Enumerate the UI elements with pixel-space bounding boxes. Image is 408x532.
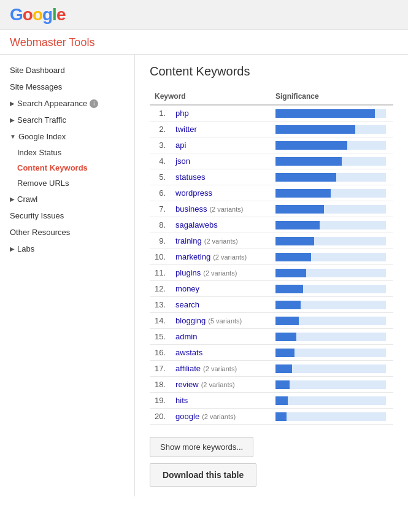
table-row: 15.admin bbox=[150, 329, 393, 345]
table-row: 2.twitter bbox=[150, 121, 393, 137]
table-row: 4.json bbox=[150, 153, 393, 169]
bar-fill bbox=[275, 237, 314, 245]
keyword-link[interactable]: blogging bbox=[175, 316, 206, 325]
bar-container bbox=[275, 221, 386, 229]
header: Google bbox=[0, 0, 408, 30]
keyword-word: hits bbox=[171, 393, 271, 409]
keywords-table: Keyword Significance 1.php2.twitter3.api… bbox=[150, 88, 393, 425]
keyword-rank: 8. bbox=[150, 217, 171, 233]
keyword-link[interactable]: marketing bbox=[175, 252, 210, 261]
keyword-link[interactable]: plugins bbox=[175, 268, 201, 277]
sidebar-item-content-keywords[interactable]: Content Keywords bbox=[0, 160, 134, 175]
bar-container bbox=[275, 109, 386, 118]
keyword-word: admin bbox=[171, 329, 271, 345]
sidebar-item-google-index[interactable]: ▼ Google Index bbox=[0, 128, 134, 145]
keyword-link[interactable]: google bbox=[175, 412, 199, 421]
keyword-link[interactable]: twitter bbox=[175, 125, 197, 134]
keyword-word: affiliate(2 variants) bbox=[171, 361, 271, 377]
keyword-link[interactable]: awstats bbox=[175, 348, 202, 357]
keyword-rank: 10. bbox=[150, 249, 171, 265]
keyword-link[interactable]: search bbox=[175, 300, 199, 309]
keyword-link[interactable]: php bbox=[175, 109, 189, 118]
keyword-rank: 18. bbox=[150, 377, 171, 393]
significance-bar-cell bbox=[271, 169, 393, 185]
keyword-link[interactable]: wordpress bbox=[175, 188, 212, 198]
table-row: 5.statuses bbox=[150, 169, 393, 185]
keyword-word: json bbox=[171, 153, 271, 169]
significance-bar-cell bbox=[271, 361, 393, 377]
keyword-link[interactable]: statuses bbox=[175, 172, 205, 182]
sidebar-item-search-traffic[interactable]: ▶ Search Traffic bbox=[0, 112, 134, 128]
table-row: 17.affiliate(2 variants) bbox=[150, 361, 393, 377]
keyword-word: search bbox=[171, 297, 271, 313]
bar-fill bbox=[275, 333, 296, 341]
keyword-link[interactable]: api bbox=[175, 141, 186, 150]
keyword-rank: 20. bbox=[150, 409, 171, 425]
keyword-word: twitter bbox=[171, 121, 271, 137]
table-row: 9.training(2 variants) bbox=[150, 233, 393, 249]
sidebar-item-security-issues[interactable]: Security Issues bbox=[0, 207, 134, 224]
download-table-button[interactable]: Download this table bbox=[150, 463, 256, 487]
bar-container bbox=[275, 380, 386, 389]
significance-bar-cell bbox=[271, 249, 393, 265]
bar-fill bbox=[275, 396, 288, 405]
keyword-rank: 7. bbox=[150, 201, 171, 217]
sidebar-item-labs[interactable]: ▶ Labs bbox=[0, 241, 134, 257]
significance-bar-cell bbox=[271, 345, 393, 361]
keyword-link[interactable]: review bbox=[175, 380, 199, 389]
sidebar-item-site-messages[interactable]: Site Messages bbox=[0, 79, 134, 95]
keyword-link[interactable]: sagalawebs bbox=[175, 220, 218, 229]
keyword-word: php bbox=[171, 105, 271, 121]
bar-fill bbox=[275, 253, 311, 261]
keyword-word: plugins(2 variants) bbox=[171, 265, 271, 281]
bar-fill bbox=[275, 125, 355, 134]
keyword-word: api bbox=[171, 137, 271, 153]
arrow-icon: ▶ bbox=[10, 196, 15, 202]
bar-container bbox=[275, 349, 386, 357]
col-significance-header: Significance bbox=[271, 88, 393, 105]
keyword-link[interactable]: admin bbox=[175, 332, 197, 341]
show-more-button[interactable]: Show more keywords... bbox=[150, 437, 253, 457]
significance-bar-cell bbox=[271, 329, 393, 345]
significance-bar-cell bbox=[271, 121, 393, 137]
bar-container bbox=[275, 333, 386, 341]
bar-fill bbox=[275, 141, 347, 150]
keyword-word: sagalawebs bbox=[171, 217, 271, 233]
sidebar-item-crawl[interactable]: ▶ Crawl bbox=[0, 191, 134, 207]
keyword-link[interactable]: json bbox=[175, 156, 190, 166]
keyword-word: wordpress bbox=[171, 185, 271, 201]
sidebar-item-index-status[interactable]: Index Status bbox=[0, 145, 134, 160]
keyword-rank: 19. bbox=[150, 393, 171, 409]
bar-container bbox=[275, 364, 386, 373]
keyword-word: review(2 variants) bbox=[171, 377, 271, 393]
sidebar-item-remove-urls[interactable]: Remove URLs bbox=[0, 175, 134, 191]
bar-container bbox=[275, 173, 386, 182]
bar-container bbox=[275, 205, 386, 214]
bar-fill bbox=[275, 349, 294, 357]
bar-container bbox=[275, 189, 386, 198]
sidebar-item-site-dashboard[interactable]: Site Dashboard bbox=[0, 62, 134, 79]
table-row: 1.php bbox=[150, 105, 393, 121]
keyword-link[interactable]: business bbox=[175, 204, 207, 214]
keyword-rank: 1. bbox=[150, 105, 171, 121]
keyword-link[interactable]: training bbox=[175, 236, 202, 245]
significance-bar-cell bbox=[271, 201, 393, 217]
table-row: 8.sagalawebs bbox=[150, 217, 393, 233]
keyword-variants: (2 variants) bbox=[204, 237, 238, 245]
keyword-variants: (2 variants) bbox=[202, 413, 236, 420]
app-title: Webmaster Tools bbox=[10, 36, 398, 49]
keyword-link[interactable]: affiliate bbox=[175, 364, 201, 373]
table-row: 12.money bbox=[150, 281, 393, 297]
bar-fill bbox=[275, 317, 299, 325]
keyword-link[interactable]: money bbox=[175, 284, 199, 293]
keyword-link[interactable]: hits bbox=[175, 396, 188, 405]
keyword-variants: (2 variants) bbox=[203, 365, 237, 372]
keyword-rank: 5. bbox=[150, 169, 171, 185]
significance-bar-cell bbox=[271, 217, 393, 233]
significance-bar-cell bbox=[271, 377, 393, 393]
keyword-word: money bbox=[171, 281, 271, 297]
sidebar-item-other-resources[interactable]: Other Resources bbox=[0, 224, 134, 241]
keyword-word: marketing(2 variants) bbox=[171, 249, 271, 265]
sidebar-item-search-appearance[interactable]: ▶ Search Appearance i bbox=[0, 95, 134, 112]
table-row: 19.hits bbox=[150, 393, 393, 409]
